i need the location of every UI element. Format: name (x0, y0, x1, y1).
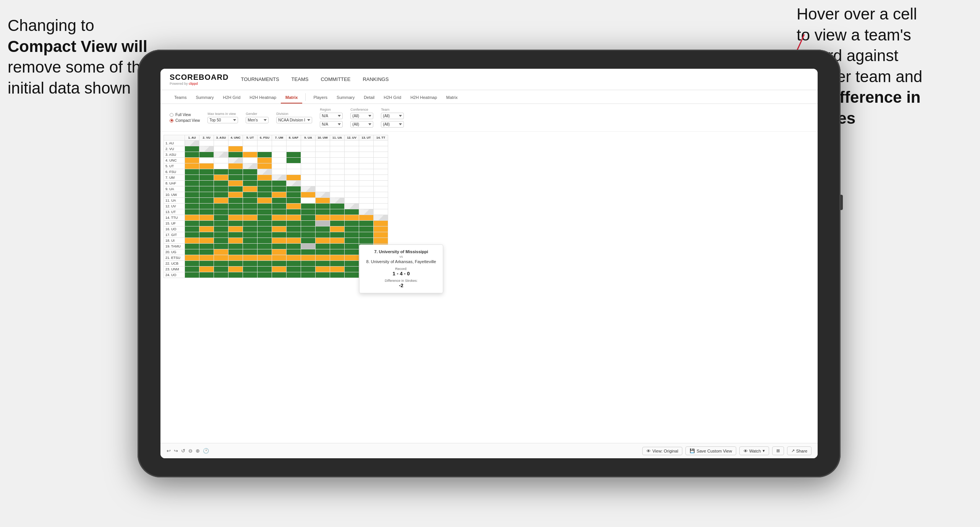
matrix-cell[interactable] (316, 249, 330, 255)
matrix-cell[interactable] (243, 238, 258, 244)
matrix-cell[interactable] (374, 186, 388, 192)
matrix-cell[interactable] (287, 163, 301, 169)
matrix-cell[interactable] (345, 226, 359, 232)
matrix-cell[interactable] (258, 272, 272, 278)
matrix-cell[interactable] (258, 238, 272, 244)
matrix-cell[interactable] (345, 238, 359, 244)
tab-summary1[interactable]: Summary (191, 95, 218, 103)
matrix-cell[interactable] (272, 226, 287, 232)
matrix-cell[interactable] (185, 238, 199, 244)
matrix-cell[interactable] (214, 163, 228, 169)
tab-teams[interactable]: Teams (170, 95, 191, 103)
grid-btn[interactable]: ⊞ (772, 446, 784, 455)
matrix-cell[interactable] (185, 226, 199, 232)
matrix-cell[interactable] (316, 198, 330, 204)
matrix-cell[interactable] (214, 175, 228, 181)
matrix-cell[interactable] (185, 215, 199, 221)
matrix-cell[interactable] (228, 181, 243, 186)
matrix-cell[interactable] (272, 255, 287, 261)
matrix-cell[interactable] (272, 221, 287, 226)
matrix-cell[interactable] (359, 163, 374, 169)
matrix-cell[interactable] (199, 181, 214, 186)
matrix-cell[interactable] (243, 244, 258, 249)
matrix-cell[interactable] (374, 198, 388, 204)
matrix-cell[interactable] (214, 238, 228, 244)
matrix-cell[interactable] (374, 163, 388, 169)
matrix-cell[interactable] (330, 255, 345, 261)
matrix-cell[interactable] (243, 163, 258, 169)
matrix-cell[interactable] (287, 215, 301, 221)
matrix-cell[interactable] (316, 221, 330, 226)
matrix-cell[interactable] (214, 249, 228, 255)
matrix-cell[interactable] (258, 267, 272, 272)
matrix-cell[interactable] (330, 249, 345, 255)
matrix-cell[interactable] (345, 261, 359, 267)
matrix-cell[interactable] (185, 192, 199, 198)
matrix-cell[interactable] (345, 175, 359, 181)
matrix-cell[interactable] (199, 221, 214, 226)
matrix-cell[interactable] (287, 255, 301, 261)
matrix-cell[interactable] (199, 267, 214, 272)
matrix-cell[interactable] (287, 209, 301, 215)
matrix-cell[interactable] (199, 244, 214, 249)
matrix-cell[interactable] (316, 255, 330, 261)
matrix-cell[interactable] (199, 141, 214, 146)
matrix-cell[interactable] (272, 198, 287, 204)
matrix-cell[interactable] (185, 181, 199, 186)
matrix-cell[interactable] (316, 267, 330, 272)
matrix-cell[interactable] (330, 215, 345, 221)
matrix-cell[interactable] (258, 209, 272, 215)
matrix-cell[interactable] (287, 169, 301, 175)
matrix-cell[interactable] (301, 215, 316, 221)
matrix-cell[interactable] (185, 152, 199, 158)
matrix-cell[interactable] (374, 221, 388, 226)
matrix-cell[interactable] (185, 209, 199, 215)
matrix-cell[interactable] (330, 272, 345, 278)
matrix-cell[interactable] (345, 215, 359, 221)
matrix-cell[interactable] (359, 221, 374, 226)
matrix-cell[interactable] (185, 175, 199, 181)
gender-select[interactable]: Men's (246, 117, 269, 123)
tab-h2h-grid2[interactable]: H2H Grid (379, 95, 406, 103)
matrix-cell[interactable] (214, 215, 228, 221)
matrix-cell[interactable] (287, 181, 301, 186)
conference-select1[interactable]: (All) (350, 113, 373, 119)
matrix-cell[interactable] (374, 238, 388, 244)
region-select2[interactable]: N/A (320, 121, 343, 128)
matrix-cell[interactable] (228, 215, 243, 221)
matrix-cell[interactable] (199, 158, 214, 163)
matrix-cell[interactable] (243, 192, 258, 198)
matrix-cell[interactable] (243, 204, 258, 209)
reset-icon[interactable]: ↺ (181, 448, 185, 454)
matrix-cell[interactable] (185, 146, 199, 152)
matrix-cell[interactable] (214, 209, 228, 215)
matrix-cell[interactable] (272, 272, 287, 278)
matrix-cell[interactable] (330, 267, 345, 272)
matrix-cell[interactable] (345, 158, 359, 163)
matrix-cell[interactable] (185, 163, 199, 169)
undo-icon[interactable]: ↩ (167, 448, 171, 454)
matrix-cell[interactable] (243, 261, 258, 267)
division-select[interactable]: NCAA Division I (276, 117, 312, 123)
matrix-cell[interactable] (374, 152, 388, 158)
matrix-cell[interactable] (330, 261, 345, 267)
matrix-cell[interactable] (330, 163, 345, 169)
matrix-cell[interactable] (258, 221, 272, 226)
matrix-cell[interactable] (185, 261, 199, 267)
matrix-cell[interactable] (330, 141, 345, 146)
matrix-cell[interactable] (301, 141, 316, 146)
matrix-cell[interactable] (272, 186, 287, 192)
matrix-cell[interactable] (374, 141, 388, 146)
matrix-cell[interactable] (243, 158, 258, 163)
matrix-cell[interactable] (214, 261, 228, 267)
matrix-cell[interactable] (272, 152, 287, 158)
matrix-cell[interactable] (330, 192, 345, 198)
watch-btn[interactable]: 👁 Watch ▾ (739, 446, 769, 455)
matrix-cell[interactable] (228, 141, 243, 146)
matrix-cell[interactable] (199, 232, 214, 238)
matrix-cell[interactable] (287, 272, 301, 278)
matrix-cell[interactable] (258, 192, 272, 198)
matrix-cell[interactable] (214, 152, 228, 158)
matrix-cell[interactable] (258, 146, 272, 152)
matrix-cell[interactable] (272, 204, 287, 209)
